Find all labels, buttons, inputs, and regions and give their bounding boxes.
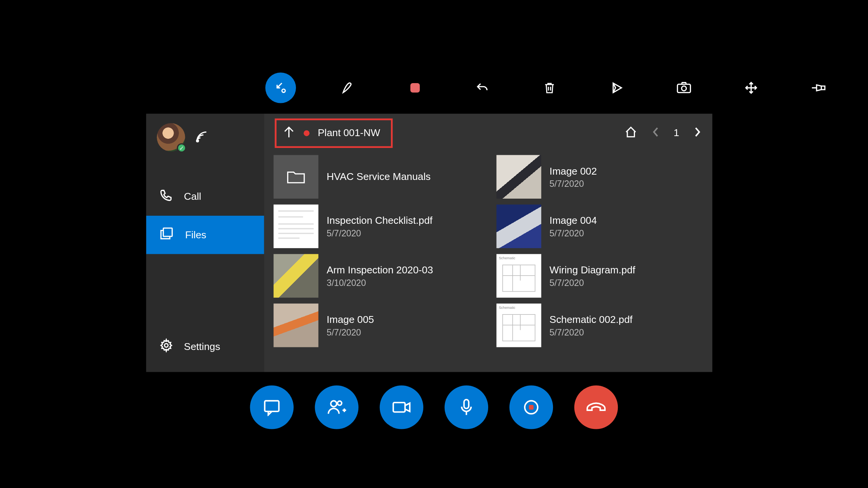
undo-icon[interactable] (467, 72, 497, 103)
file-name: Inspection Checklist.pdf (326, 215, 432, 227)
file-browser: Plant 001-NW 1 (264, 114, 712, 372)
file-date: 5/7/2020 (550, 277, 635, 287)
trash-icon[interactable] (534, 72, 565, 103)
stop-icon[interactable] (400, 72, 430, 103)
record-dot-icon (304, 130, 309, 136)
sidebar: ✓ Call (146, 114, 264, 372)
hangup-button[interactable] (574, 385, 618, 429)
call-controls (0, 385, 868, 429)
file-name: Arm Inspection 2020-03 (326, 264, 433, 276)
camera-icon[interactable] (669, 72, 699, 103)
chevron-right-icon[interactable] (693, 126, 702, 140)
breadcrumb[interactable]: Plant 001-NW (275, 119, 392, 148)
phone-icon (159, 188, 173, 205)
list-item[interactable]: Image 005 5/7/2020 (271, 303, 482, 347)
file-name: HVAC Service Manuals (326, 171, 431, 183)
svg-rect-11 (464, 400, 469, 408)
file-name: Wiring Diagram.pdf (550, 264, 635, 276)
presence-available-icon: ✓ (177, 143, 186, 153)
pen-icon[interactable] (333, 72, 363, 103)
document-thumbnail (497, 254, 541, 297)
svg-rect-1 (410, 83, 420, 93)
file-date: 5/7/2020 (326, 327, 374, 337)
chat-button[interactable] (250, 385, 294, 429)
list-item[interactable]: Image 004 5/7/2020 (494, 204, 705, 248)
sidebar-item-settings[interactable]: Settings (146, 328, 264, 366)
list-item[interactable]: Image 002 5/7/2020 (494, 155, 705, 199)
sidebar-item-files[interactable]: Files (146, 216, 264, 254)
svg-point-8 (331, 401, 336, 406)
chevron-left-icon[interactable] (651, 126, 660, 140)
arrow-up-icon (283, 125, 296, 141)
file-name: Image 004 (550, 215, 597, 227)
file-name: Image 002 (550, 165, 597, 177)
sidebar-item-label: Call (184, 191, 201, 202)
gear-icon (159, 338, 173, 355)
file-date: 5/7/2020 (326, 228, 432, 238)
pin-icon[interactable] (803, 72, 834, 103)
move-icon[interactable] (736, 72, 766, 103)
file-name: Image 005 (326, 314, 374, 326)
home-icon[interactable] (624, 125, 637, 141)
list-item[interactable]: Wiring Diagram.pdf 5/7/2020 (494, 254, 705, 297)
file-date: 5/7/2020 (550, 228, 597, 238)
sidebar-item-label: Settings (184, 341, 220, 353)
video-button[interactable] (380, 385, 423, 429)
file-date: 5/7/2020 (550, 178, 597, 188)
svg-rect-5 (163, 228, 172, 236)
list-item[interactable]: Inspection Checklist.pdf 5/7/2020 (271, 204, 482, 248)
file-date: 3/10/2020 (326, 277, 433, 287)
file-date: 5/7/2020 (550, 327, 633, 337)
files-icon (159, 226, 174, 244)
annotation-toolbar (265, 72, 834, 103)
svg-point-6 (164, 344, 168, 347)
svg-rect-7 (265, 401, 279, 411)
svg-rect-13 (529, 405, 534, 409)
svg-rect-10 (393, 403, 405, 412)
wifi-icon (194, 130, 210, 145)
mic-button[interactable] (445, 385, 488, 429)
ink-button[interactable] (510, 385, 553, 429)
svg-point-4 (196, 140, 198, 142)
svg-point-9 (338, 401, 342, 405)
image-thumbnail (497, 204, 541, 248)
image-thumbnail (273, 303, 318, 347)
list-item[interactable]: HVAC Service Manuals (271, 155, 482, 199)
folder-icon (273, 155, 318, 199)
page-number: 1 (674, 127, 679, 139)
svg-point-0 (282, 89, 285, 93)
avatar[interactable]: ✓ (157, 123, 185, 151)
sidebar-item-call[interactable]: Call (146, 177, 264, 215)
files-panel: ✓ Call (146, 114, 712, 372)
breadcrumb-label: Plant 001-NW (318, 127, 380, 139)
file-grid: HVAC Service Manuals Image 002 5/7/2020 … (271, 155, 705, 347)
image-thumbnail (273, 254, 318, 297)
document-thumbnail (497, 303, 541, 347)
pager: 1 (624, 125, 705, 141)
image-thumbnail (497, 155, 541, 199)
sidebar-item-label: Files (185, 229, 206, 241)
arrow-collapse-icon[interactable] (265, 72, 296, 103)
play-icon[interactable] (601, 72, 632, 103)
file-name: Schematic 002.pdf (550, 314, 633, 326)
list-item[interactable]: Schematic 002.pdf 5/7/2020 (494, 303, 705, 347)
document-thumbnail (273, 204, 318, 248)
add-people-button[interactable] (315, 385, 358, 429)
svg-point-3 (682, 86, 686, 91)
list-item[interactable]: Arm Inspection 2020-03 3/10/2020 (271, 254, 482, 297)
